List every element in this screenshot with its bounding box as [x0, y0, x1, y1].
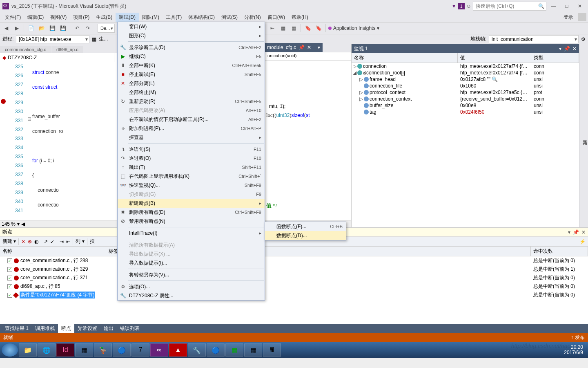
menu-item[interactable]: 探查器▸ — [118, 133, 265, 142]
taskbar-chrome[interactable]: 🌐 — [38, 343, 56, 357]
menu-item[interactable]: ▶继续(C)F5 — [118, 52, 265, 61]
bp-hdr-hit[interactable]: 命中次数 — [531, 247, 588, 256]
avatar-icon[interactable] — [578, 13, 586, 21]
watch-value[interactable]: hfp_meter.exe!0x0127af74 {frame_ — [458, 70, 531, 76]
taskbar-excel[interactable]: ▦ — [225, 343, 243, 357]
taskbar-media[interactable]: 🔵 — [113, 343, 131, 357]
app-insights-button[interactable]: Application Insights ▾ — [328, 25, 379, 31]
tab-close-icon[interactable]: ✕ — [307, 45, 311, 50]
watch-value[interactable]: 0x00e8 — [458, 103, 531, 108]
menu-item[interactable]: ⏸全部中断(K)Ctrl+Alt+Break — [118, 61, 265, 70]
bp-delete-all-icon[interactable]: ⊗ — [28, 239, 32, 245]
bp-checkbox[interactable]: ✓ — [7, 276, 12, 280]
panel-close-icon[interactable]: ✕ — [581, 229, 586, 235]
panel-dropdown-icon[interactable]: ▾ — [559, 46, 561, 52]
tab-module-cfg[interactable]: module_cfg.c📌✕ ▾ — [265, 43, 323, 52]
open-icon[interactable]: 📂 — [37, 24, 46, 33]
nav-fwd-icon[interactable]: ▶ — [12, 24, 21, 33]
menu-item[interactable]: 新建断点(B)▸ — [118, 199, 265, 208]
menu-item[interactable]: 导入数据提示(I)... — [118, 258, 265, 267]
watch-name[interactable]: frame_head — [370, 76, 396, 82]
taskbar-pdf[interactable]: ▲ — [169, 343, 187, 357]
redo-icon[interactable]: ↷ — [83, 24, 92, 33]
bp-new-button[interactable]: 新建 ▾ — [2, 238, 16, 245]
sign-in-link[interactable]: 登录 — [560, 13, 576, 22]
menu-project[interactable]: 项目(P) — [70, 13, 93, 22]
bp-delete-icon[interactable]: ✕ — [21, 239, 25, 245]
bookmark-icon[interactable]: 🔖 — [303, 24, 312, 33]
taskbar-app2[interactable]: 🦆 — [94, 343, 112, 357]
bp-name[interactable]: core_communication.c , 行 371 — [20, 274, 88, 281]
expand-icon[interactable]: ◢ — [352, 70, 356, 76]
bp-filter-icon[interactable]: ⚡ — [579, 239, 586, 245]
start-button[interactable] — [2, 343, 18, 357]
menu-analyze[interactable]: 分析(N) — [241, 13, 264, 22]
bookmark-nav-icon[interactable]: 🔖 — [314, 24, 323, 33]
menu-file[interactable]: 文件(F) — [2, 13, 24, 22]
bp-export-icon[interactable]: ↗ — [44, 239, 48, 245]
tab-exceptions[interactable]: 异常设置 — [74, 324, 100, 333]
save-icon[interactable]: 💾 — [48, 24, 57, 33]
watch-value[interactable]: 0x1060 — [458, 83, 531, 89]
menu-item[interactable]: 将转储另存为(V)... — [118, 270, 265, 279]
scope-combo[interactable]: ◆DTZY208C-Z — [0, 53, 114, 62]
submenu-item[interactable]: 函数断点(F)...Ctrl+B — [265, 222, 346, 231]
bp-columns-button[interactable]: 列 ▾ — [76, 238, 84, 245]
thread-icon[interactable]: ⚙ — [581, 36, 586, 42]
taskbar-app4[interactable]: 🔧 — [188, 343, 206, 357]
menu-view[interactable]: 视图(V) — [47, 13, 70, 22]
menu-item[interactable]: ↑跳出(T)Shift+F11 — [118, 163, 265, 172]
quick-launch-input[interactable]: 快速启动 (Ctrl+Q) 🔍 — [473, 2, 546, 11]
menu-item[interactable]: 👓快速监视(Q)...Shift+F9 — [118, 181, 265, 190]
menu-item[interactable]: 图形(C)▸ — [118, 31, 265, 40]
watch-hdr-type[interactable]: 类型 — [531, 53, 579, 63]
hscroll-left-icon[interactable]: ◀ — [21, 221, 25, 227]
menu-item[interactable]: 全部终止(M) — [118, 88, 265, 97]
maximize-button[interactable]: □ — [561, 2, 572, 11]
menu-help[interactable]: 帮助(H) — [288, 13, 312, 22]
bp-hdr-name[interactable]: 名称 — [0, 247, 106, 256]
watch-value[interactable]: 0x024f6f50 — [458, 109, 531, 115]
watch-value[interactable]: hfp_meter.exe!0x0127ae5c {protoc — [458, 90, 531, 95]
submenu-item[interactable]: 数据断点(D)... — [265, 231, 346, 240]
expand-icon[interactable]: ▷ — [359, 96, 363, 102]
menu-build[interactable]: 生成(B) — [93, 13, 116, 22]
expand-icon[interactable]: ▷ — [359, 76, 363, 82]
bp-name[interactable]: 条件是“0x0127AF74”更改 (4 字节) — [20, 292, 95, 298]
menu-edit[interactable]: 编辑(E) — [24, 13, 47, 22]
watch-value[interactable]: hfp_meter.exe!0x0127af74 {frame_ — [458, 63, 531, 69]
bp-toggle-icon[interactable]: ◐ — [34, 239, 38, 245]
bp-goto-icon[interactable]: ⇥ — [60, 239, 64, 245]
bp-checkbox[interactable]: ✓ — [7, 267, 12, 272]
tab-find-results[interactable]: 查找结果 1 — [2, 324, 32, 333]
undo-icon[interactable]: ↶ — [73, 24, 82, 33]
tab-communcation-cfg[interactable]: communcation_cfg.c — [0, 46, 51, 53]
bp-goto2-icon[interactable]: ⇤ — [66, 239, 70, 245]
watch-name[interactable]: connection_file — [370, 83, 402, 89]
breakpoint-glyph[interactable] — [1, 99, 6, 104]
menu-item[interactable]: ↷逐过程(O)F10 — [118, 154, 265, 163]
watch-hdr-name[interactable]: 名称 — [352, 53, 458, 63]
stackframe-combo[interactable]: init_communication — [489, 35, 579, 43]
new-file-icon[interactable]: 📄 — [27, 24, 36, 33]
panel-close-icon[interactable]: ✕ — [572, 46, 577, 52]
menu-item[interactable]: ↻重新启动(R)Ctrl+Shift+F5 — [118, 97, 265, 106]
tab-dl698-ap[interactable]: dl698_ap.c — [51, 46, 83, 53]
menu-arch[interactable]: 体系结构(C) — [185, 13, 218, 22]
menu-item[interactable]: 窗口(W)▸ — [118, 22, 265, 31]
panel-pin-icon[interactable]: 📌 — [564, 46, 570, 52]
menu-item[interactable]: 在不调试的情况下启动诊断工具(R)...Alt+F2 — [118, 115, 265, 124]
taskbar-explorer[interactable]: 📁 — [19, 343, 37, 357]
zoom-level[interactable]: 145 % — [2, 221, 16, 227]
config-combo[interactable]: De... — [98, 24, 115, 33]
func-combo[interactable]: unication(void) — [265, 52, 351, 61]
watch-hdr-value[interactable]: 值 — [458, 53, 531, 63]
bp-checkbox[interactable]: ✓ — [7, 293, 12, 298]
watch-name[interactable]: tag — [370, 109, 376, 115]
menu-tools[interactable]: 工具(T) — [163, 13, 185, 22]
menu-item[interactable]: 🔧DTZY208C-Z 属性... — [118, 291, 265, 300]
watch-name[interactable]: &connection_root[i] — [363, 70, 405, 76]
taskbar-app1[interactable]: ▦ — [75, 343, 93, 357]
menu-item[interactable]: ✖删除所有断点(D)Ctrl+Shift+F9 — [118, 208, 265, 217]
bp-checkbox[interactable]: ✓ — [7, 258, 12, 263]
